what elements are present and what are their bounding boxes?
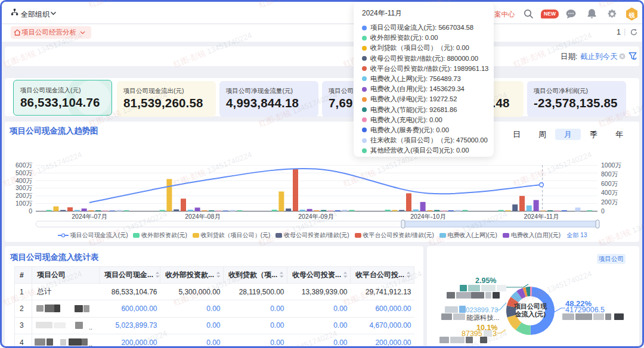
svg-text:200万: 200万 bbox=[601, 198, 618, 206]
svg-text:0: 0 bbox=[601, 207, 605, 215]
svg-text:2024年-08月: 2024年-08月 bbox=[185, 213, 221, 220]
svg-text:0: 0 bbox=[29, 207, 32, 215]
svg-text:200万: 200万 bbox=[16, 192, 33, 199]
svg-text:2024年-07月: 2024年-07月 bbox=[72, 213, 107, 220]
svg-text:1000万: 1000万 bbox=[601, 161, 621, 169]
svg-text:400万: 400万 bbox=[601, 189, 618, 196]
svg-text:500万: 500万 bbox=[16, 169, 33, 176]
svg-text:400万: 400万 bbox=[16, 177, 33, 184]
svg-text:2024年-09月: 2024年-09月 bbox=[298, 213, 334, 220]
svg-text:锐: 锐 bbox=[628, 12, 636, 18]
svg-text:2024年-11月: 2024年-11月 bbox=[524, 213, 559, 220]
svg-text:600万: 600万 bbox=[601, 180, 618, 187]
svg-text:100万: 100万 bbox=[16, 200, 33, 207]
svg-text:2024年-10月: 2024年-10月 bbox=[410, 213, 446, 220]
svg-text:800万: 800万 bbox=[601, 170, 618, 178]
svg-text:300万: 300万 bbox=[16, 184, 33, 191]
svg-text:600万: 600万 bbox=[16, 161, 33, 169]
